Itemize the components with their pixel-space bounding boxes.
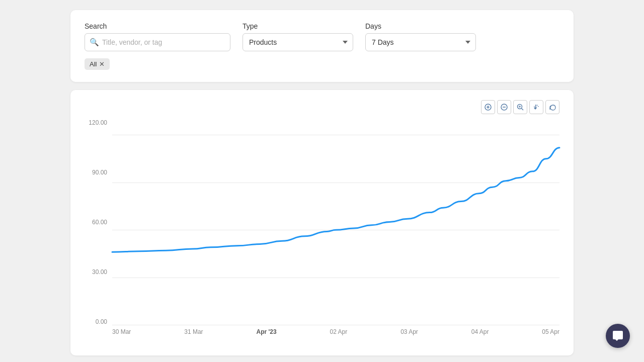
filter-row: Search 🔍 Type ProductsVariantsCollection… (85, 22, 559, 51)
y-axis: 0.0030.0060.0090.00120.00 (85, 119, 112, 325)
x-label: 04 Apr (471, 328, 489, 335)
chat-button[interactable] (606, 324, 630, 348)
zoom-out-button[interactable] (497, 100, 511, 114)
zoom-in-button[interactable] (481, 100, 495, 114)
x-label: 31 Mar (184, 328, 203, 335)
chart-toolbar (85, 100, 559, 114)
type-select[interactable]: ProductsVariantsCollections (243, 33, 353, 51)
search-icon: 🔍 (90, 38, 99, 47)
filter-card: Search 🔍 Type ProductsVariantsCollection… (70, 10, 574, 82)
type-group: Type ProductsVariantsCollections (243, 22, 353, 51)
x-axis: 30 Mar31 MarApr '2302 Apr03 Apr04 Apr05 … (112, 325, 559, 340)
reset-button[interactable] (545, 100, 559, 114)
chart-inner (112, 119, 559, 325)
tag-row: All ✕ (85, 58, 559, 70)
search-input[interactable] (85, 33, 230, 51)
y-label: 120.00 (85, 119, 112, 126)
y-label: 0.00 (85, 318, 112, 325)
y-label: 90.00 (85, 169, 112, 176)
days-select[interactable]: 7 Days14 Days30 Days90 Days (365, 33, 476, 51)
search-wrapper: 🔍 (85, 33, 230, 51)
zoom-select-button[interactable] (513, 100, 527, 114)
x-label: 30 Mar (112, 328, 131, 335)
pan-button[interactable] (529, 100, 543, 114)
x-label: 03 Apr (400, 328, 418, 335)
tag-all-close[interactable]: ✕ (99, 61, 105, 67)
svg-line-6 (522, 109, 524, 111)
chart-card: 0.0030.0060.0090.00120.00 30 Mar31 MarAp… (70, 90, 574, 355)
x-label: Apr '23 (256, 328, 276, 335)
x-label: 02 Apr (330, 328, 348, 335)
chat-icon (612, 330, 624, 342)
search-group: Search 🔍 (85, 22, 230, 51)
tag-all-label: All (90, 60, 97, 68)
tag-all: All ✕ (85, 58, 110, 70)
days-group: Days 7 Days14 Days30 Days90 Days (365, 22, 476, 51)
type-label: Type (243, 22, 353, 30)
chart-area: 0.0030.0060.0090.00120.00 30 Mar31 MarAp… (85, 119, 559, 340)
days-label: Days (365, 22, 476, 30)
y-label: 30.00 (85, 268, 112, 276)
search-label: Search (85, 22, 230, 30)
y-label: 60.00 (85, 219, 112, 226)
x-label: 05 Apr (542, 328, 559, 335)
chart-svg (112, 119, 559, 325)
